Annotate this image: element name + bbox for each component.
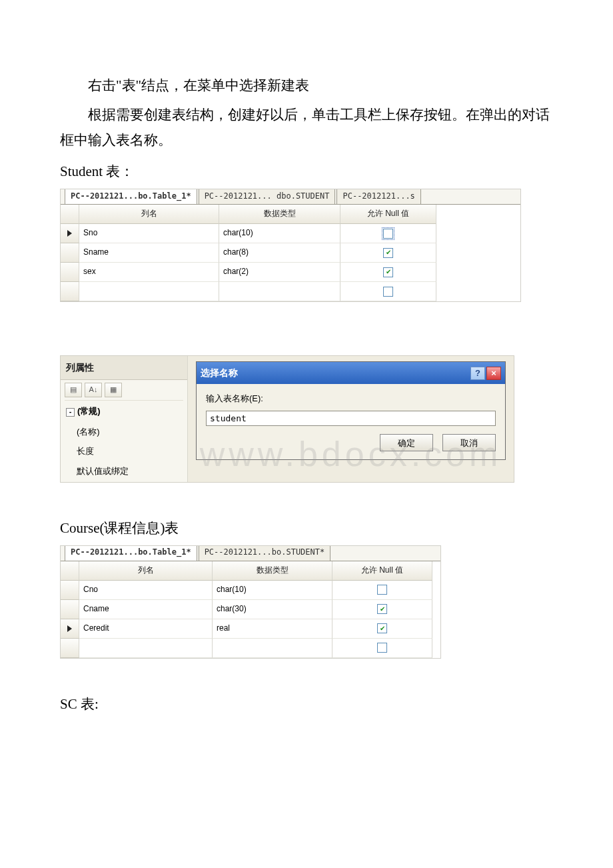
section-heading: Student 表： bbox=[60, 159, 553, 185]
save-name-dialog: 选择名称 ? × 输入表名称(E): 确定 取消 bbox=[196, 361, 506, 460]
tab[interactable]: PC--2012121... dbo.STUDENT bbox=[199, 189, 336, 205]
dialog-label: 输入表名称(E): bbox=[206, 391, 496, 406]
column-header[interactable]: 允许 Null 值 bbox=[340, 205, 436, 224]
row-header[interactable] bbox=[61, 639, 79, 658]
data-type-cell[interactable]: char(30) bbox=[213, 600, 332, 619]
column-header[interactable]: 数据类型 bbox=[219, 205, 340, 224]
close-icon[interactable]: × bbox=[486, 367, 501, 380]
row-header[interactable] bbox=[61, 243, 79, 263]
course-table-designer: PC--2012121...bo.Table_1* PC--2012121...… bbox=[60, 545, 441, 659]
row-header-corner bbox=[61, 205, 79, 224]
tree-group[interactable]: -(常规) bbox=[65, 400, 183, 421]
section-heading: SC 表: bbox=[60, 692, 553, 717]
properties-icon[interactable]: ▦ bbox=[105, 383, 122, 397]
allow-null-checkbox[interactable] bbox=[377, 623, 387, 633]
sort-az-icon[interactable]: A↓ bbox=[85, 383, 102, 397]
column-name-cell[interactable]: Sname bbox=[79, 243, 219, 263]
data-type-cell[interactable]: char(8) bbox=[219, 243, 340, 263]
data-type-cell[interactable]: char(2) bbox=[219, 263, 340, 282]
data-type-cell[interactable] bbox=[213, 639, 332, 658]
column-name-cell[interactable]: Cname bbox=[79, 600, 213, 619]
paragraph: 根据需要创建表结构，创建好以后，单击工具栏上保存按钮。在弹出的对话框中输入表名称… bbox=[60, 103, 553, 153]
data-type-cell[interactable]: char(10) bbox=[219, 224, 340, 243]
allow-null-checkbox[interactable] bbox=[377, 585, 387, 595]
column-name-cell[interactable]: Ceredit bbox=[79, 619, 213, 639]
tab[interactable]: PC--2012121...bo.Table_1* bbox=[65, 546, 197, 561]
paragraph: 右击"表"结点，在菜单中选择新建表 bbox=[60, 73, 553, 99]
allow-null-cell[interactable] bbox=[340, 224, 436, 243]
categorized-icon[interactable]: ▤ bbox=[65, 383, 82, 397]
column-name-cell[interactable]: Cno bbox=[79, 581, 213, 600]
data-type-cell[interactable]: real bbox=[213, 619, 332, 639]
tree-item[interactable]: 长度 bbox=[65, 441, 183, 461]
column-name-cell[interactable]: sex bbox=[79, 263, 219, 282]
save-name-figure: 列属性 ▤ A↓ ▦ -(常规) (名称) 长度 默认值或绑定 bbox=[60, 355, 514, 483]
allow-null-cell[interactable] bbox=[332, 639, 432, 658]
allow-null-cell[interactable] bbox=[340, 243, 436, 263]
tab[interactable]: PC--2012121...bo.STUDENT* bbox=[199, 546, 331, 561]
row-header[interactable] bbox=[61, 263, 79, 282]
allow-null-checkbox[interactable] bbox=[383, 267, 393, 277]
column-name-cell[interactable] bbox=[79, 639, 213, 658]
column-properties-pane: 列属性 ▤ A↓ ▦ -(常规) (名称) 长度 默认值或绑定 bbox=[61, 356, 188, 482]
row-header[interactable] bbox=[61, 224, 79, 243]
column-header[interactable]: 允许 Null 值 bbox=[332, 561, 432, 581]
help-icon[interactable]: ? bbox=[470, 367, 485, 380]
student-table-designer: PC--2012121...bo.Table_1* PC--2012121...… bbox=[60, 189, 521, 302]
row-header[interactable] bbox=[61, 581, 79, 600]
dialog-title: 选择名称 bbox=[201, 365, 238, 381]
tab[interactable]: PC--2012121...s bbox=[336, 189, 420, 205]
row-header-corner bbox=[61, 561, 79, 581]
data-type-cell[interactable]: char(10) bbox=[213, 581, 332, 600]
pane-title: 列属性 bbox=[61, 356, 187, 380]
allow-null-cell[interactable] bbox=[340, 282, 436, 301]
column-header[interactable]: 列名 bbox=[79, 561, 213, 581]
allow-null-checkbox[interactable] bbox=[377, 604, 387, 614]
column-header[interactable]: 列名 bbox=[79, 205, 219, 224]
data-type-cell[interactable] bbox=[219, 282, 340, 301]
tree-item[interactable]: (名称) bbox=[65, 422, 183, 441]
row-indicator-icon bbox=[67, 230, 72, 237]
allow-null-checkbox[interactable] bbox=[383, 248, 393, 258]
row-header[interactable] bbox=[61, 619, 79, 639]
tab[interactable]: PC--2012121...bo.Table_1* bbox=[65, 189, 197, 205]
cancel-button[interactable]: 取消 bbox=[442, 434, 496, 451]
allow-null-cell[interactable] bbox=[332, 581, 432, 600]
column-header[interactable]: 数据类型 bbox=[213, 561, 332, 581]
column-name-cell[interactable]: Sno bbox=[79, 224, 219, 243]
row-header[interactable] bbox=[61, 600, 79, 619]
tree-item[interactable]: 默认值或绑定 bbox=[65, 461, 183, 481]
allow-null-cell[interactable] bbox=[332, 619, 432, 639]
row-header[interactable] bbox=[61, 282, 79, 301]
column-name-cell[interactable] bbox=[79, 282, 219, 301]
allow-null-checkbox[interactable] bbox=[377, 643, 387, 653]
allow-null-checkbox[interactable] bbox=[383, 229, 393, 239]
tab-strip: PC--2012121...bo.Table_1* PC--2012121...… bbox=[61, 546, 440, 561]
ok-button[interactable]: 确定 bbox=[380, 434, 433, 451]
table-name-input[interactable] bbox=[206, 411, 496, 426]
allow-null-cell[interactable] bbox=[332, 600, 432, 619]
allow-null-cell[interactable] bbox=[340, 263, 436, 282]
row-indicator-icon bbox=[67, 625, 72, 632]
section-heading: Course(课程信息)表 bbox=[60, 516, 553, 541]
tab-strip: PC--2012121...bo.Table_1* PC--2012121...… bbox=[61, 189, 520, 205]
allow-null-checkbox[interactable] bbox=[383, 287, 393, 297]
collapse-icon[interactable]: - bbox=[66, 408, 75, 417]
